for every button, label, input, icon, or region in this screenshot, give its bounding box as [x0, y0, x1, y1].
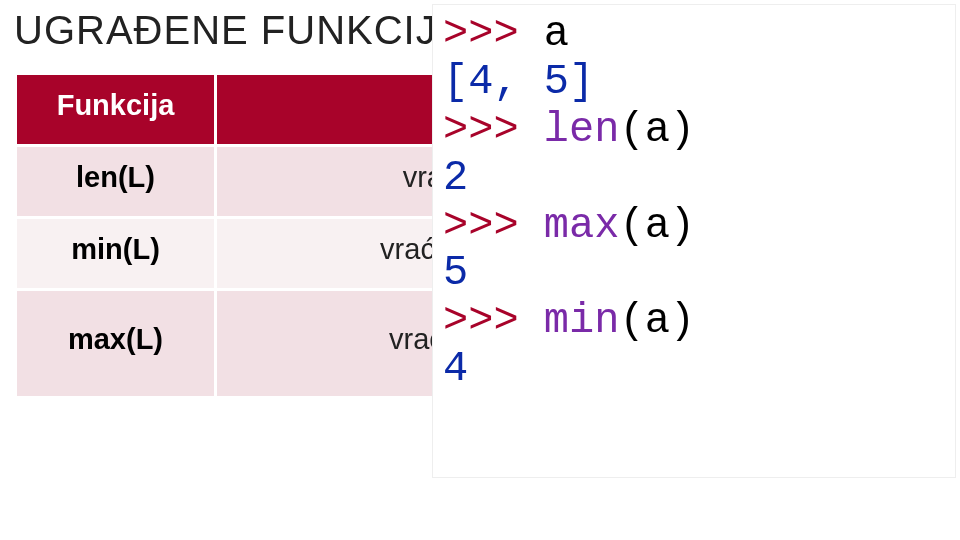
repl-line: 4: [443, 346, 945, 394]
repl-token: len: [544, 106, 620, 154]
repl-token: 5: [443, 249, 468, 297]
repl-prompt: >>>: [443, 10, 544, 58]
repl-line: >>> a: [443, 11, 945, 59]
fn-name-min: min(L): [16, 218, 216, 290]
repl-line: >>> len(a): [443, 107, 945, 155]
repl-prompt: >>>: [443, 106, 544, 154]
repl-line: [4, 5]: [443, 59, 945, 107]
repl-prompt: >>>: [443, 297, 544, 345]
repl-token: a: [544, 10, 569, 58]
header-funkcija: Funkcija: [16, 74, 216, 146]
repl-line: >>> max(a): [443, 203, 945, 251]
repl-token: [4, 5]: [443, 58, 594, 106]
fn-name-len: len(L): [16, 146, 216, 218]
repl-prompt: >>>: [443, 202, 544, 250]
repl-token: 4: [443, 345, 468, 393]
repl-line: >>> min(a): [443, 298, 945, 346]
fn-name-max: max(L): [16, 290, 216, 398]
repl-token: 2: [443, 154, 468, 202]
repl-line: 5: [443, 250, 945, 298]
slide-title: UGRAĐENE FUNKCIJE: [14, 8, 464, 53]
repl-token: (a): [619, 297, 695, 345]
repl-line: 2: [443, 155, 945, 203]
repl-token: (a): [619, 202, 695, 250]
python-repl-overlay: >>> a[4, 5]>>> len(a)2>>> max(a)5>>> min…: [432, 4, 956, 478]
repl-token: min: [544, 297, 620, 345]
repl-token: (a): [619, 106, 695, 154]
repl-token: max: [544, 202, 620, 250]
